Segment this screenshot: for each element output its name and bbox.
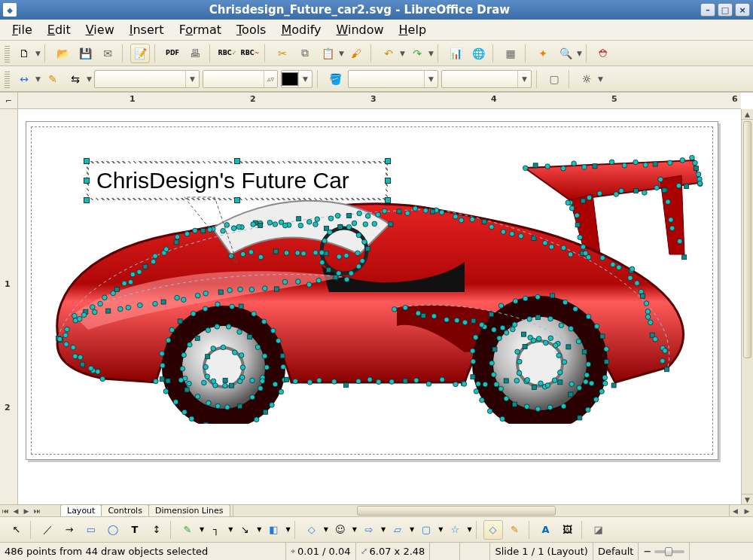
extrusion-button[interactable]: ◪ — [589, 520, 608, 540]
resize-handle-n[interactable] — [234, 158, 240, 164]
print-button[interactable]: 🖶 — [185, 44, 205, 63]
menu-window[interactable]: Window — [328, 20, 391, 39]
vertical-ruler[interactable]: 1 2 — [0, 109, 18, 504]
shadow-button[interactable]: ▢ — [544, 69, 564, 89]
menu-modify[interactable]: Modify — [273, 20, 328, 39]
format-paintbrush-button[interactable]: 🖌 — [346, 44, 366, 63]
stars-tool[interactable]: ☆ — [445, 520, 465, 540]
resize-handle-e[interactable] — [385, 178, 391, 184]
autospell-button[interactable]: RBC~ — [240, 44, 260, 63]
tab-dimension-lines[interactable]: Dimension Lines — [148, 504, 230, 516]
edit-file-button[interactable]: 📝 — [130, 44, 150, 63]
zoom-button[interactable]: 🔍 — [556, 44, 575, 63]
curve-tool[interactable]: ✎ — [178, 520, 197, 540]
status-layer[interactable]: Default — [593, 543, 639, 560]
tab-last-button[interactable]: ⏭ — [32, 505, 42, 516]
menu-view[interactable]: View — [78, 20, 122, 39]
chevron-down-icon[interactable]: ▼ — [424, 71, 437, 87]
paint-bucket-button[interactable]: 🪣 — [325, 69, 345, 89]
effects-button[interactable]: ☼ — [577, 69, 596, 89]
save-button[interactable]: 💾 — [75, 44, 95, 63]
scroll-thumb[interactable] — [357, 506, 555, 516]
toolbar-grip[interactable] — [5, 70, 10, 88]
ruler-corner[interactable]: ⌐ — [0, 93, 18, 109]
menu-insert[interactable]: Insert — [122, 20, 172, 39]
basic-shapes-tool[interactable]: ◇ — [302, 520, 322, 540]
scroll-right-button[interactable]: ▶ — [741, 505, 753, 516]
chevron-down-icon[interactable]: ▼ — [185, 71, 199, 87]
line-endings-button[interactable]: ⇆ — [66, 69, 85, 89]
edit-points-button[interactable]: ◇ — [483, 520, 503, 540]
menu-format[interactable]: Format — [172, 20, 229, 39]
line-width-combo[interactable]: ▵▿ — [203, 70, 278, 88]
resize-handle-sw[interactable] — [84, 197, 90, 203]
connector-tool[interactable]: ┐ — [206, 520, 226, 540]
symbol-shapes-tool[interactable]: ☺ — [331, 520, 350, 540]
spellcheck-button[interactable]: RBC✓ — [218, 44, 237, 63]
area-style-combo[interactable]: ▼ — [348, 70, 438, 88]
resize-handle-s[interactable] — [234, 197, 240, 203]
zoom-slider[interactable]: − — [639, 543, 690, 560]
lines-arrows-tool[interactable]: ↘ — [235, 520, 255, 540]
text-callout[interactable]: ChrisDesign's Future Car — [87, 161, 388, 200]
paste-button[interactable]: 📋 — [318, 44, 337, 63]
scroll-up-button[interactable]: ▲ — [742, 109, 753, 120]
menu-help[interactable]: Help — [392, 20, 434, 39]
horizontal-ruler[interactable]: 1 2 3 4 5 6 — [18, 93, 741, 109]
toolbar-grip[interactable] — [5, 44, 10, 62]
zoom-knob[interactable] — [665, 547, 672, 556]
grid-button[interactable]: ▦ — [501, 44, 520, 63]
rectangle-tool[interactable]: ▭ — [81, 520, 101, 540]
redo-button[interactable]: ↷ — [407, 44, 427, 63]
spinner-icon[interactable]: ▵▿ — [264, 71, 277, 87]
chart-button[interactable]: 📊 — [446, 44, 465, 63]
glue-points-button[interactable]: ✎ — [505, 520, 525, 540]
export-pdf-button[interactable]: PDF — [163, 44, 182, 63]
chevron-down-icon[interactable]: ▼ — [298, 71, 312, 87]
pencil-button[interactable]: ✎ — [43, 69, 62, 89]
menu-tools[interactable]: Tools — [229, 20, 273, 39]
from-file-button[interactable]: 🖼 — [558, 520, 578, 540]
maximize-button[interactable]: □ — [718, 3, 733, 17]
select-tool[interactable]: ↖ — [7, 520, 26, 540]
scroll-left-button[interactable]: ◀ — [729, 505, 741, 516]
copy-button[interactable]: ⧉ — [295, 44, 315, 63]
scroll-thumb[interactable] — [743, 121, 751, 358]
tab-layout[interactable]: Layout — [60, 504, 102, 516]
3d-tool[interactable]: ◧ — [264, 520, 283, 540]
resize-handle-nw[interactable] — [84, 158, 90, 164]
email-button[interactable]: ✉ — [98, 44, 117, 63]
cut-button[interactable]: ✂ — [273, 44, 292, 63]
vtext-tool[interactable]: ↕ — [147, 520, 166, 540]
close-button[interactable]: × — [735, 3, 750, 17]
resize-handle-w[interactable] — [84, 178, 90, 184]
resize-handle-se[interactable] — [385, 197, 391, 203]
hyperlink-button[interactable]: 🌐 — [468, 44, 488, 63]
arrow-line-tool[interactable]: → — [59, 520, 79, 540]
text-tool[interactable]: T — [125, 520, 145, 540]
menu-edit[interactable]: Edit — [40, 20, 78, 39]
ellipse-tool[interactable]: ◯ — [103, 520, 123, 540]
tab-prev-button[interactable]: ◀ — [11, 505, 21, 516]
horizontal-scrollbar[interactable] — [233, 505, 729, 516]
tab-controls[interactable]: Controls — [101, 504, 149, 516]
help-button[interactable]: ⛑ — [594, 44, 614, 63]
menu-file[interactable]: File — [5, 20, 40, 39]
open-button[interactable]: 📂 — [53, 44, 72, 63]
undo-button[interactable]: ↶ — [379, 44, 398, 63]
zoom-out-icon[interactable]: − — [643, 546, 651, 557]
fontwork-button[interactable]: A — [536, 520, 556, 540]
arrow-style-button[interactable]: ↔ — [14, 69, 34, 89]
drawing-canvas[interactable]: ChrisDesign's Future Car — [18, 109, 741, 504]
scroll-down-button[interactable]: ▼ — [742, 494, 753, 504]
block-arrows-tool[interactable]: ⇨ — [359, 520, 379, 540]
area-color-combo[interactable]: ▼ — [441, 70, 532, 88]
status-slide[interactable]: Slide 1 / 1 (Layout) — [490, 543, 593, 560]
tab-first-button[interactable]: ⏮ — [0, 505, 11, 516]
new-doc-button[interactable]: 🗋 — [14, 44, 34, 63]
vertical-scrollbar[interactable]: ▲ ▼ — [741, 109, 753, 504]
chevron-down-icon[interactable]: ▼ — [517, 71, 531, 87]
tab-next-button[interactable]: ▶ — [21, 505, 32, 516]
callout-tool[interactable]: ▢ — [416, 520, 436, 540]
line-style-combo[interactable]: ▼ — [94, 70, 200, 88]
